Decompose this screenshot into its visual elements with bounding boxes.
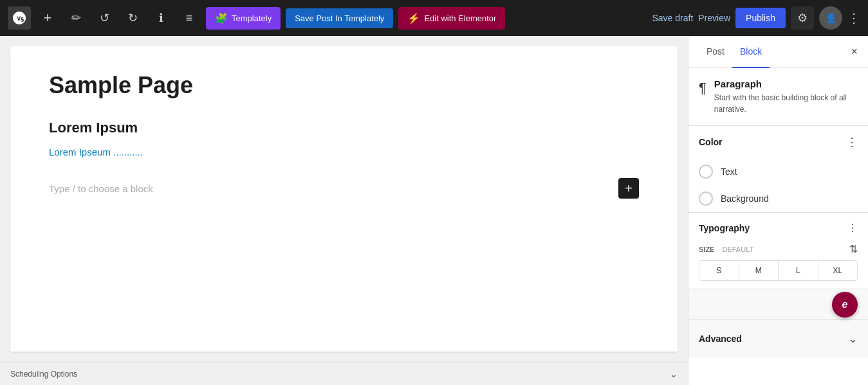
advanced-header[interactable]: Advanced ⌄: [688, 320, 868, 357]
list-icon: ≡: [186, 12, 193, 25]
color-section: Color ⋮ Text Background: [688, 126, 868, 213]
scheduling-chevron[interactable]: ⌄: [670, 369, 678, 379]
size-s-button[interactable]: S: [699, 261, 739, 280]
right-sidebar: Post Block × ¶ Paragraph Start with the …: [688, 36, 868, 385]
more-icon: ⋮: [847, 222, 858, 234]
advanced-section: Advanced ⌄: [688, 320, 868, 357]
close-icon: ×: [851, 45, 858, 58]
bottom-bar: Scheduling Options ⌄: [0, 362, 688, 385]
placeholder-text: Type / to choose a block: [49, 183, 153, 194]
add-icon: +: [625, 181, 633, 196]
color-title: Color: [699, 137, 723, 147]
add-block-toolbar-button[interactable]: +: [36, 6, 59, 30]
color-section-header: Color ⋮: [688, 126, 868, 158]
typography-more-button[interactable]: ⋮: [847, 222, 858, 234]
size-default: DEFAULT: [722, 246, 844, 253]
scheduling-label: Scheduling Options: [10, 370, 77, 379]
gear-icon: ⚙: [797, 11, 808, 25]
more-icon: ⋮: [846, 136, 858, 148]
editor-area: Sample Page Lorem Ipsum Lorem Ipseum ...…: [0, 36, 688, 385]
paragraph-title: Paragraph: [714, 78, 858, 89]
more-icon: ⋮: [847, 10, 860, 26]
size-m-button[interactable]: M: [739, 261, 779, 280]
elementor-icon: ⚡: [407, 12, 420, 24]
avatar[interactable]: 👤: [819, 6, 842, 30]
close-sidebar-button[interactable]: ×: [851, 36, 858, 67]
size-options: S M L XL: [699, 260, 858, 281]
paragraph-section: ¶ Paragraph Start with the basic buildin…: [688, 68, 868, 126]
advanced-title: Advanced: [699, 334, 742, 344]
text-color-option[interactable]: Text: [688, 158, 868, 185]
advanced-chevron-icon: ⌄: [848, 332, 858, 346]
size-xl-button[interactable]: XL: [818, 261, 858, 280]
size-l-button[interactable]: L: [779, 261, 818, 280]
size-filter-button[interactable]: ⇅: [849, 243, 858, 255]
typography-section: Typography ⋮ SIZE DEFAULT ⇅ S M L XL: [688, 213, 868, 289]
undo-icon: ↺: [100, 11, 109, 25]
paragraph-description: Start with the basic building block of a…: [714, 92, 858, 115]
filter-icon: ⇅: [849, 244, 858, 255]
publish-button[interactable]: Publish: [735, 8, 786, 28]
add-block-button[interactable]: +: [618, 178, 639, 199]
background-color-label: Background: [721, 193, 769, 204]
content-link[interactable]: Lorem Ipseum ...........: [49, 147, 639, 157]
size-control: SIZE DEFAULT ⇅ S M L XL: [688, 243, 868, 289]
elementor-fab-button[interactable]: e: [832, 292, 858, 318]
wp-logo[interactable]: [8, 6, 31, 30]
preview-button[interactable]: Preview: [698, 13, 730, 23]
tab-block[interactable]: Block: [732, 36, 770, 68]
block-placeholder[interactable]: Type / to choose a block +: [49, 173, 639, 204]
typography-title: Typography: [699, 223, 750, 233]
toolbar: + ✏ ↺ ↻ ℹ ≡ 🧩 Templately Save Post In Te…: [0, 0, 868, 36]
size-label: SIZE: [699, 246, 714, 253]
elementor-fab-icon: e: [842, 299, 848, 310]
templately-icon: 🧩: [215, 12, 228, 24]
sidebar-tabs: Post Block ×: [688, 36, 868, 68]
more-options-button[interactable]: ⋮: [847, 10, 860, 26]
toolbar-right: Save draft Preview Publish ⚙ 👤 ⋮: [652, 6, 860, 30]
redo-button[interactable]: ↻: [121, 6, 144, 30]
templately-button[interactable]: 🧩 Templately: [206, 7, 281, 30]
paragraph-icon: ¶: [699, 80, 706, 96]
edit-elementor-button[interactable]: ⚡ Edit with Elementor: [398, 7, 505, 30]
bottom-bar-right: ⌄: [670, 369, 678, 379]
edit-pen-button[interactable]: ✏: [64, 6, 88, 30]
editor-canvas[interactable]: Sample Page Lorem Ipsum Lorem Ipseum ...…: [10, 46, 678, 352]
background-color-option[interactable]: Background: [688, 185, 868, 212]
text-color-label: Text: [721, 166, 737, 177]
color-more-button[interactable]: ⋮: [846, 135, 858, 149]
info-icon: ℹ: [159, 11, 163, 25]
tab-post[interactable]: Post: [699, 36, 732, 68]
redo-icon: ↻: [128, 11, 138, 25]
pen-icon: ✏: [71, 11, 81, 25]
list-button[interactable]: ≡: [178, 6, 201, 30]
main-area: Sample Page Lorem Ipsum Lorem Ipseum ...…: [0, 36, 868, 385]
page-title: Sample Page: [49, 72, 639, 99]
settings-button[interactable]: ⚙: [791, 6, 814, 30]
save-post-templately-button[interactable]: Save Post In Templately: [286, 8, 393, 28]
undo-button[interactable]: ↺: [93, 6, 116, 30]
content-heading: Lorem Ipsum: [49, 120, 639, 136]
background-color-circle: [699, 192, 713, 206]
paragraph-info: Paragraph Start with the basic building …: [714, 78, 858, 115]
typography-header: Typography ⋮: [688, 213, 868, 243]
text-color-circle: [699, 165, 713, 179]
avatar-icon: 👤: [826, 13, 836, 23]
elementor-fab-area: e: [688, 289, 868, 320]
info-button[interactable]: ℹ: [149, 6, 172, 30]
save-draft-button[interactable]: Save draft: [652, 13, 693, 23]
